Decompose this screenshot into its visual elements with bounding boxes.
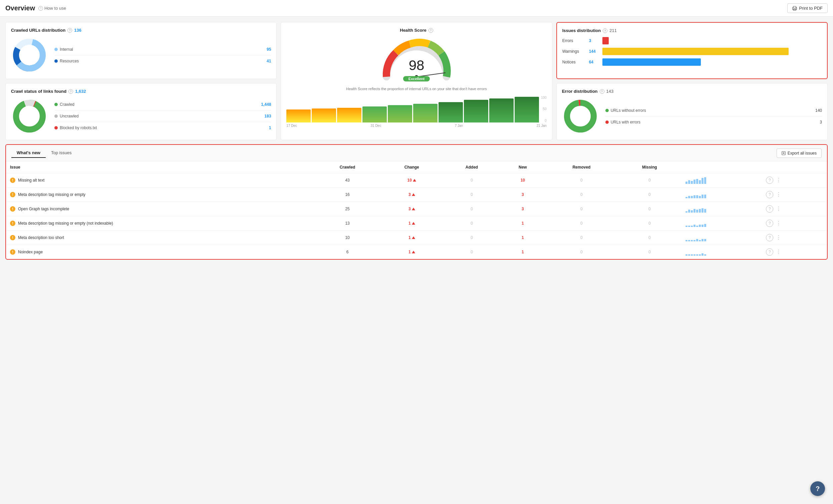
bar-10 [515,97,539,122]
missing-cell-4: 0 [618,231,682,245]
table-row: ! Meta description too short 10 1 0 1 0 … [6,231,827,245]
issue-cell-3: ! Meta description tag missing or empty … [6,216,315,231]
row-dots-menu-4[interactable]: ⋮ [776,235,781,240]
crawled-urls-title: Crawled URLs distribution ? 136 [11,28,271,33]
issues-dist-info-icon[interactable]: ? [603,28,608,33]
col-issue: Issue [6,162,315,173]
export-all-issues-button[interactable]: Export all issues [777,148,822,158]
row-help-icon-2[interactable]: ? [766,205,773,213]
spark-cell-4 [682,231,762,245]
col-added: Added [443,162,500,173]
warning-icon-3: ! [10,221,15,226]
table-row: ! Meta description tag missing or empty … [6,188,827,202]
crawled-cell-0: 43 [315,173,380,188]
print-to-pdf-button[interactable]: Print to PDF [787,3,828,13]
change-cell-1: 3 [380,188,443,202]
errors-bar [602,37,609,44]
blocked-value[interactable]: 1 [269,125,271,130]
issue-name-2[interactable]: Open Graph tags incomplete [18,207,69,211]
change-arrow-5 [412,251,415,253]
svg-rect-1 [793,6,796,8]
internal-value[interactable]: 95 [267,47,271,52]
table-row: ! Meta description tag missing or empty … [6,216,827,231]
crawled-urls-chart: Internal 95 Resources 41 [11,37,271,73]
tab-whats-new[interactable]: What's new [11,148,46,158]
y-axis-labels: 100 50 0 [539,96,547,122]
error-dist-info-icon[interactable]: ? [600,89,604,94]
removed-cell-0: 0 [545,173,618,188]
errors-count[interactable]: 3 [589,39,599,43]
row-help-icon-5[interactable]: ? [766,248,773,256]
row-help-icon-1[interactable]: ? [766,191,773,198]
notices-count[interactable]: 64 [589,60,599,65]
issue-cell-0: ! Missing alt text [6,173,315,188]
change-value-0: 10 [407,178,412,183]
issue-name-0[interactable]: Missing alt text [18,178,44,183]
warning-icon-5: ! [10,249,15,255]
issue-name-4[interactable]: Meta description too short [18,235,64,240]
spark-cell-2 [682,202,762,216]
crawled-urls-total[interactable]: 136 [74,28,81,33]
row-help-icon-0[interactable]: ? [766,176,773,184]
row-help-icon-4[interactable]: ? [766,234,773,241]
missing-cell-1: 0 [618,188,682,202]
change-value-2: 3 [408,207,411,211]
tab-top-issues[interactable]: Top issues [46,148,77,158]
warnings-bar [602,48,789,55]
bar-3 [337,108,361,122]
crawled-cell-1: 16 [315,188,380,202]
with-errors-dot [605,120,609,124]
crawled-cell-5: 6 [315,245,380,259]
row-help-icon-3[interactable]: ? [766,220,773,227]
crawl-status-total[interactable]: 1,632 [75,89,86,94]
bottom-section: What's new Top issues Export all issues … [5,144,828,260]
col-change: Change [380,162,443,173]
no-errors-label: URLs without errors [611,108,646,113]
change-cell-2: 3 [380,202,443,216]
crawled-urls-info-icon[interactable]: ? [67,28,72,33]
added-cell-4: 0 [443,231,500,245]
change-arrow-3 [412,222,415,225]
table-row: ! Noindex page 6 1 0 1 0 0 ? ⋮ [6,245,827,259]
crawl-status-info-icon[interactable]: ? [68,89,73,94]
removed-cell-4: 0 [545,231,618,245]
sparkbar-1 [686,191,758,198]
warning-icon-4: ! [10,235,15,240]
crawled-value[interactable]: 1,448 [261,102,271,107]
how-to-use-link[interactable]: ? How to use [39,6,66,11]
issues-table-wrap: Issue Crawled Change Added New Removed M… [6,162,827,259]
top-grid: Crawled URLs distribution ? 136 Internal [5,22,828,140]
uncrawled-value[interactable]: 183 [264,114,271,119]
issue-cell-1: ! Meta description tag missing or empty [6,188,315,202]
removed-cell-5: 0 [545,245,618,259]
col-actions [762,162,827,173]
row-dots-menu-0[interactable]: ⋮ [776,177,781,183]
crawled-urls-legend: Internal 95 Resources 41 [54,47,271,64]
col-sparkline [682,162,762,173]
new-cell-3: 1 [500,216,545,231]
error-dist-chart: URLs without errors 140 URLs with errors… [562,98,822,135]
row-dots-menu-2[interactable]: ⋮ [776,206,781,212]
health-score-info-icon[interactable]: ? [429,28,433,33]
row-dots-menu-1[interactable]: ⋮ [776,192,781,197]
col-removed: Removed [545,162,618,173]
notices-label: Notices [562,60,586,65]
table-header: Issue Crawled Change Added New Removed M… [6,162,827,173]
error-dist-donut [562,98,599,135]
spark-cell-1 [682,188,762,202]
row-dots-menu-3[interactable]: ⋮ [776,221,781,226]
resources-value[interactable]: 41 [267,59,271,64]
spark-cell-5 [682,245,762,259]
issue-name-5[interactable]: Noindex page [18,250,43,254]
row-dots-menu-5[interactable]: ⋮ [776,249,781,255]
with-errors-value: 3 [820,120,822,124]
issue-cell-4: ! Meta description too short [6,231,315,245]
table-row: ! Open Graph tags incomplete 25 3 0 3 0 … [6,202,827,216]
warnings-count[interactable]: 144 [589,49,599,54]
spark-cell-3 [682,216,762,231]
internal-dot [54,48,58,51]
issue-name-3[interactable]: Meta description tag missing or empty (n… [18,221,113,225]
change-value-4: 1 [408,235,411,240]
issue-name-1[interactable]: Meta description tag missing or empty [18,192,86,197]
change-arrow-4 [412,236,415,239]
